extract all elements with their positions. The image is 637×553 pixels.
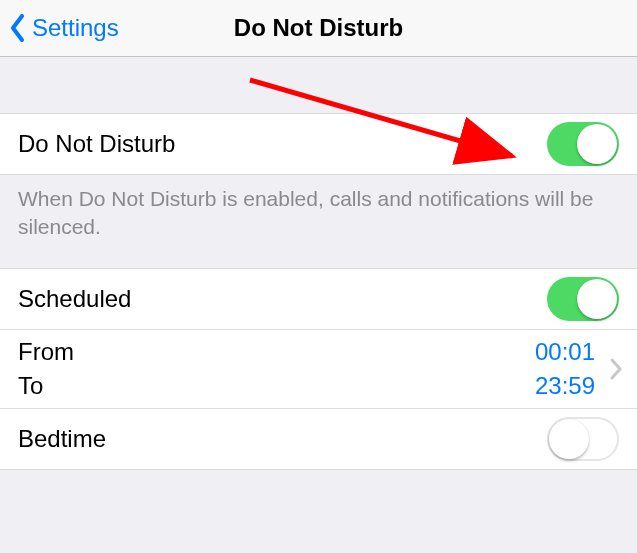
from-label: From bbox=[18, 338, 535, 366]
chevron-right-icon bbox=[599, 357, 629, 381]
schedule-time-row[interactable]: From To 00:01 23:59 bbox=[0, 330, 637, 409]
scheduled-toggle[interactable] bbox=[547, 277, 619, 321]
bedtime-label: Bedtime bbox=[18, 425, 547, 453]
scheduled-label: Scheduled bbox=[18, 285, 547, 313]
dnd-label: Do Not Disturb bbox=[18, 130, 547, 158]
dnd-row: Do Not Disturb bbox=[0, 113, 637, 175]
back-label: Settings bbox=[32, 14, 119, 42]
dnd-toggle[interactable] bbox=[547, 122, 619, 166]
to-label: To bbox=[18, 372, 535, 400]
chevron-left-icon bbox=[10, 14, 26, 42]
section-spacer bbox=[0, 57, 637, 113]
toggle-knob bbox=[577, 124, 617, 164]
bedtime-row: Bedtime bbox=[0, 409, 637, 470]
dnd-footer-text: When Do Not Disturb is enabled, calls an… bbox=[0, 175, 637, 268]
to-value: 23:59 bbox=[535, 372, 595, 400]
scheduled-row: Scheduled bbox=[0, 268, 637, 330]
nav-bar: Settings Do Not Disturb bbox=[0, 0, 637, 57]
toggle-knob bbox=[549, 419, 589, 459]
from-value: 00:01 bbox=[535, 338, 595, 366]
back-button[interactable]: Settings bbox=[0, 14, 119, 42]
toggle-knob bbox=[577, 279, 617, 319]
bedtime-toggle[interactable] bbox=[547, 417, 619, 461]
